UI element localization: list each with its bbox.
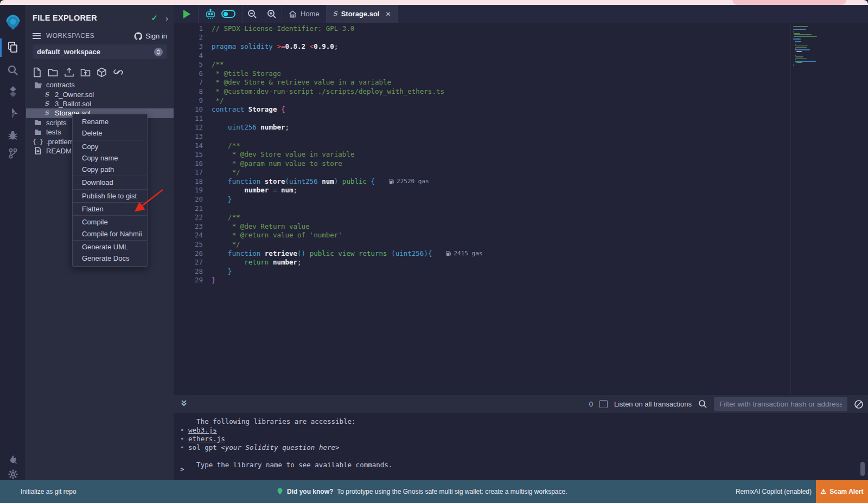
gas-estimate-badge: 2415 gas bbox=[446, 250, 482, 257]
code-editor[interactable]: 1// SPDX-License-Identifier: GPL-3.023pr… bbox=[174, 23, 868, 395]
zoom-in-button[interactable] bbox=[262, 5, 282, 23]
warning-icon: ⚠ bbox=[820, 488, 826, 495]
menu-item-delete[interactable]: Delete bbox=[73, 127, 147, 139]
debugger-icon[interactable] bbox=[0, 125, 25, 145]
code-line-3: 3pragma solidity >=0.8.2 <0.9.0; bbox=[174, 42, 868, 51]
code-line-7: 7 * @dev Store & retrieve value in a var… bbox=[174, 78, 868, 87]
clear-console-icon[interactable] bbox=[854, 399, 864, 409]
code-line-10: 10contract Storage { bbox=[174, 105, 868, 114]
init-git-repo-button[interactable]: Initialize as git repo bbox=[21, 480, 76, 503]
copilot-status-label[interactable]: RemixAI Copilot (enabled) bbox=[736, 480, 812, 503]
code-line-4: 4 bbox=[174, 51, 868, 60]
menu-item-generate-uml[interactable]: Generate UML bbox=[73, 241, 147, 253]
home-icon bbox=[289, 10, 297, 18]
workspaces-label: WORKSPACES bbox=[46, 32, 94, 40]
code-line-11: 11 bbox=[174, 114, 868, 123]
terminal-output[interactable]: The following libraries are accessible:•… bbox=[174, 413, 868, 480]
new-file-icon[interactable] bbox=[33, 67, 42, 78]
solidity-icon: S bbox=[42, 109, 51, 117]
upload-file-icon[interactable] bbox=[64, 67, 74, 78]
check-icon: ✓ bbox=[151, 13, 158, 23]
tree-item-contracts[interactable]: contracts bbox=[26, 80, 174, 89]
tip-text: To prototype using the Gnosis safe multi… bbox=[337, 488, 567, 495]
terminal-link[interactable]: web3.js bbox=[188, 426, 217, 434]
git-plugin-icon[interactable] bbox=[0, 144, 25, 163]
code-line-9: 9 */ bbox=[174, 96, 868, 105]
terminal-line: Type the library name to see available c… bbox=[174, 461, 868, 469]
deploy-run-icon[interactable] bbox=[0, 104, 25, 123]
code-line-26: 26 function retrieve() public view retur… bbox=[174, 249, 868, 258]
remixai-assistant-button[interactable] bbox=[199, 5, 218, 23]
run-script-button[interactable] bbox=[174, 5, 198, 23]
braces-icon: { } bbox=[34, 138, 42, 145]
transaction-count-badge: 0 bbox=[589, 400, 593, 408]
menu-item-copy-path[interactable]: Copy path bbox=[73, 164, 147, 175]
code-line-24: 24 * @return value of 'number' bbox=[174, 231, 868, 240]
tab-storage-sol[interactable]: S Storage.sol ✕ bbox=[327, 5, 398, 23]
code-line-18: 18 function store(uint256 num) public {2… bbox=[174, 177, 868, 186]
solidity-compiler-icon[interactable] bbox=[0, 82, 25, 101]
remix-logo-icon[interactable] bbox=[0, 12, 25, 32]
new-folder-icon[interactable] bbox=[48, 68, 58, 77]
collapse-chevron-icon[interactable]: › bbox=[165, 14, 168, 23]
menu-item-compile-for-nahmii[interactable]: Compile for Nahmii bbox=[73, 228, 147, 240]
link-icon[interactable] bbox=[113, 67, 124, 77]
scam-alert-button[interactable]: ⚠ Scam Alert bbox=[816, 480, 868, 503]
collapse-terminal-icon[interactable] bbox=[180, 399, 188, 410]
upload-folder-icon[interactable] bbox=[80, 68, 91, 77]
workspace-select[interactable]: default_workspace bbox=[33, 44, 167, 59]
menu-item-compile[interactable]: Compile bbox=[73, 216, 147, 228]
code-line-13: 13 bbox=[174, 132, 868, 141]
transaction-filter-input[interactable] bbox=[714, 397, 847, 411]
panel-title: FILE EXPLORER bbox=[33, 14, 97, 22]
remix-ide-window: FILE EXPLORER ✓ › WORKSPACES Sign in def… bbox=[0, 0, 868, 503]
zoom-out-button[interactable] bbox=[242, 5, 262, 23]
code-line-2: 2 bbox=[174, 33, 868, 42]
menu-item-copy[interactable]: Copy bbox=[73, 141, 147, 152]
solidity-icon: S bbox=[42, 100, 51, 107]
sign-in-button[interactable]: Sign in bbox=[134, 32, 167, 40]
tab-home[interactable]: Home bbox=[282, 5, 326, 23]
folder-icon bbox=[34, 129, 42, 136]
code-line-6: 6 * @title Storage bbox=[174, 69, 868, 78]
folder-open-icon bbox=[34, 81, 42, 88]
import-box-icon[interactable] bbox=[97, 67, 107, 78]
sign-in-label: Sign in bbox=[145, 32, 167, 40]
lightbulb-icon bbox=[277, 487, 283, 496]
status-bar: Initialize as git repo Did you know? To … bbox=[0, 480, 868, 503]
workspace-menu-icon[interactable] bbox=[33, 31, 41, 40]
code-line-5: 5/** bbox=[174, 60, 868, 69]
search-plugin-icon[interactable] bbox=[0, 60, 25, 80]
code-line-25: 25 */ bbox=[174, 240, 868, 249]
terminal-prompt[interactable]: > bbox=[180, 465, 184, 473]
editor-minimap[interactable] bbox=[790, 24, 848, 395]
terminal-line bbox=[174, 452, 868, 461]
icon-rail bbox=[0, 5, 25, 503]
menu-item-generate-docs[interactable]: Generate Docs bbox=[73, 253, 147, 264]
code-line-21: 21 bbox=[174, 204, 868, 213]
terminal-search-icon[interactable] bbox=[698, 399, 707, 409]
menu-item-rename[interactable]: Rename bbox=[73, 116, 147, 127]
copilot-toggle[interactable] bbox=[218, 5, 242, 23]
editor-tabstrip: Home S Storage.sol ✕ bbox=[174, 5, 868, 23]
listen-all-checkbox[interactable] bbox=[599, 400, 608, 408]
tree-item-2-owner-sol[interactable]: S2_Owner.sol bbox=[26, 89, 174, 99]
tab-home-label: Home bbox=[301, 10, 320, 18]
workspace-select-arrows-icon bbox=[154, 48, 163, 56]
file-explorer-icon[interactable] bbox=[0, 37, 25, 57]
terminal-scrollbar[interactable] bbox=[860, 462, 865, 476]
tip-bold-label: Did you know? bbox=[287, 488, 333, 495]
github-icon bbox=[134, 32, 143, 40]
robot-icon bbox=[205, 9, 216, 20]
solidity-file-icon: S bbox=[333, 10, 337, 17]
tab-close-icon[interactable]: ✕ bbox=[385, 10, 391, 18]
menu-item-copy-name[interactable]: Copy name bbox=[73, 152, 147, 164]
terminal-link[interactable]: ethers.js bbox=[188, 435, 225, 443]
code-line-12: 12 uint256 number; bbox=[174, 123, 868, 132]
did-you-know-tip: Did you know? To prototype using the Gno… bbox=[277, 480, 567, 503]
zoom-out-icon bbox=[247, 9, 257, 19]
play-icon bbox=[183, 10, 190, 18]
tree-item-3-ballot-sol[interactable]: S3_Ballot.sol bbox=[26, 99, 174, 108]
solidity-icon: S bbox=[42, 91, 51, 98]
scam-alert-label: Scam Alert bbox=[829, 488, 863, 495]
